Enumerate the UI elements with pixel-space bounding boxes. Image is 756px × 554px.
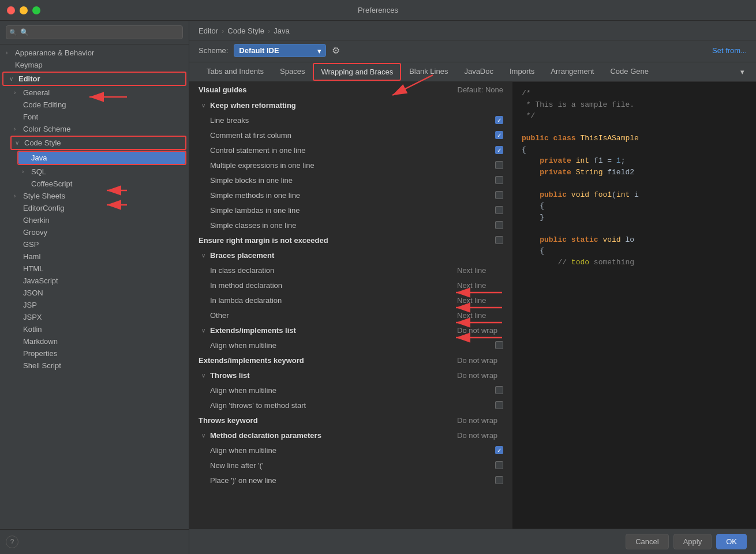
close-button[interactable]: [7, 6, 15, 14]
setting-value[interactable]: Next line: [457, 311, 503, 320]
checkbox-comment-first-col[interactable]: [495, 131, 503, 139]
checkbox-control-statement[interactable]: [495, 146, 503, 154]
sidebar-item-jsp[interactable]: JSP: [0, 299, 189, 311]
checkbox-multiple-expressions[interactable]: [495, 161, 503, 169]
setting-value[interactable]: Next line: [457, 266, 503, 275]
checkbox-simple-blocks[interactable]: [495, 176, 503, 184]
search-input[interactable]: [6, 25, 183, 39]
apply-button[interactable]: Apply: [673, 534, 712, 549]
tab-javadoc[interactable]: JavaDoc: [456, 62, 501, 81]
sidebar-item-gherkin[interactable]: Gherkin: [0, 214, 189, 226]
cancel-button[interactable]: Cancel: [626, 534, 668, 549]
checkbox-align-multiline-throws[interactable]: [495, 386, 503, 394]
sidebar-item-label: JSON: [23, 289, 43, 297]
sidebar-item-code-editing[interactable]: Code Editing: [0, 99, 189, 111]
sidebar-item-markdown[interactable]: Markdown: [0, 335, 189, 347]
scheme-row: Scheme: Default IDE ⚙ Set from...: [189, 40, 756, 62]
tab-tabs-indents[interactable]: Tabs and Indents: [199, 62, 272, 81]
sidebar-item-sql[interactable]: › SQL: [0, 166, 189, 178]
sidebar-item-coffeescript[interactable]: CoffeeScript: [0, 178, 189, 190]
extends-implements-keyword-header: Extends/implements keyword Do not wrap: [189, 353, 512, 368]
checkbox-align-multiline-extends[interactable]: [495, 341, 503, 349]
breadcrumb-sep-1: ›: [222, 27, 224, 35]
collapse-arrow: ›: [14, 193, 21, 199]
setting-value[interactable]: Do not wrap: [457, 326, 503, 335]
sidebar-item-keymap[interactable]: Keymap: [0, 59, 189, 71]
collapse-arrow: ›: [14, 126, 21, 132]
section-collapse-icon[interactable]: ∨: [199, 325, 208, 335]
code-line: private String field2: [512, 167, 756, 178]
sidebar-item-jspx[interactable]: JSPX: [0, 311, 189, 323]
setting-place-paren-new-line: Place ')' on new line: [189, 473, 512, 488]
sidebar-item-html[interactable]: HTML: [0, 263, 189, 275]
sidebar-item-editorconfig[interactable]: EditorConfig: [0, 202, 189, 214]
sidebar-item-general[interactable]: › General: [0, 87, 189, 99]
collapse-arrow: ∨: [15, 140, 22, 146]
tab-spaces[interactable]: Spaces: [272, 62, 313, 81]
sidebar-item-appearance[interactable]: › Appearance & Behavior: [0, 47, 189, 59]
setting-label: Simple classes in one line: [199, 221, 495, 230]
help-button[interactable]: ?: [6, 536, 18, 548]
setting-value[interactable]: Next line: [457, 296, 503, 305]
ok-button[interactable]: OK: [716, 534, 747, 549]
sidebar-item-groovy[interactable]: Groovy: [0, 226, 189, 238]
sidebar-item-kotlin[interactable]: Kotlin: [0, 323, 189, 335]
sidebar-item-shell-script[interactable]: Shell Script: [0, 360, 189, 372]
sidebar-item-color-scheme[interactable]: › Color Scheme: [0, 123, 189, 135]
checkbox-simple-lambdas[interactable]: [495, 206, 503, 214]
checkbox-new-line-after-paren[interactable]: [495, 461, 503, 469]
maximize-button[interactable]: [32, 6, 40, 14]
scheme-gear-button[interactable]: ⚙: [332, 45, 340, 56]
sidebar-item-json[interactable]: JSON: [0, 287, 189, 299]
tab-imports[interactable]: Imports: [501, 62, 542, 81]
section-label: Extends/implements keyword: [199, 356, 457, 365]
breadcrumb-editor[interactable]: Editor: [199, 27, 218, 35]
sidebar-item-stylesheets[interactable]: › Style Sheets: [0, 190, 189, 202]
tabs-more-button[interactable]: ▾: [738, 63, 747, 81]
checkbox-simple-classes[interactable]: [495, 221, 503, 229]
sidebar-item-java[interactable]: Java: [18, 152, 185, 164]
sidebar-item-label: Code Editing: [23, 100, 66, 109]
setting-new-line-after-paren: New line after '(': [189, 458, 512, 473]
section-collapse-icon[interactable]: ∨: [199, 250, 208, 260]
tab-wrapping-braces[interactable]: Wrapping and Braces: [313, 63, 401, 81]
sidebar-item-properties[interactable]: Properties: [0, 347, 189, 360]
code-line: public static void lo: [512, 234, 756, 246]
setting-value[interactable]: Do not wrap: [457, 371, 503, 380]
sidebar-item-font[interactable]: Font: [0, 111, 189, 123]
window-controls[interactable]: [7, 6, 40, 14]
setting-value[interactable]: Next line: [457, 281, 503, 290]
setting-value[interactable]: Do not wrap: [457, 431, 503, 440]
checkbox-align-multiline-method[interactable]: [495, 446, 503, 454]
sidebar-item-javascript[interactable]: JavaScript: [0, 275, 189, 287]
setting-value[interactable]: Do not wrap: [457, 416, 503, 425]
sidebar-item-gsp[interactable]: GSP: [0, 238, 189, 250]
tab-code-gene[interactable]: Code Gene: [602, 62, 657, 81]
section-collapse-icon[interactable]: ∨: [199, 370, 208, 380]
checkbox-line-breaks[interactable]: [495, 116, 503, 124]
code-line: {: [512, 144, 756, 156]
checkbox-right-margin[interactable]: [495, 236, 503, 244]
section-collapse-icon[interactable]: ∨: [199, 431, 208, 440]
tab-arrangement[interactable]: Arrangement: [542, 62, 602, 81]
setting-value[interactable]: Do not wrap: [457, 356, 503, 365]
breadcrumb-java[interactable]: Java: [274, 27, 289, 35]
sidebar-item-editor[interactable]: ∨ Editor: [3, 73, 185, 85]
throws-list-header: ∨ Throws list Do not wrap: [189, 368, 512, 383]
breadcrumb-code-style[interactable]: Code Style: [227, 27, 264, 35]
section-collapse-icon[interactable]: ∨: [199, 100, 208, 110]
sidebar-item-label: EditorConfig: [23, 204, 65, 212]
set-from-button[interactable]: Set from...: [712, 46, 747, 55]
minimize-button[interactable]: [20, 6, 28, 14]
checkbox-place-paren-new-line[interactable]: [495, 476, 503, 484]
sidebar-item-label: HTML: [23, 264, 43, 273]
sidebar-item-code-style[interactable]: ∨ Code Style: [12, 137, 185, 149]
throws-keyword-header: Throws keyword Do not wrap: [189, 413, 512, 428]
scheme-select[interactable]: Default IDE: [234, 44, 326, 57]
code-line: {: [512, 200, 756, 212]
checkbox-align-throws-method-start[interactable]: [495, 401, 503, 409]
sidebar-item-haml[interactable]: Haml: [0, 250, 189, 263]
sidebar-item-label: Keymap: [15, 61, 43, 69]
checkbox-simple-methods[interactable]: [495, 191, 503, 199]
tab-blank-lines[interactable]: Blank Lines: [401, 62, 456, 81]
